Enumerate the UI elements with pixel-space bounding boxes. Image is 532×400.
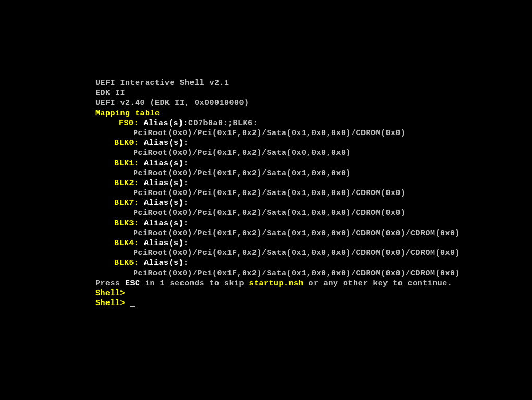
entry-label: BLK0: bbox=[114, 139, 139, 148]
alias-prefix: Alias(s): bbox=[144, 199, 189, 208]
entry-blk2: BLK2: Alias(s): bbox=[95, 178, 532, 188]
entry-label: BLK2: bbox=[114, 179, 139, 188]
entry-blk3: BLK3: Alias(s): bbox=[95, 219, 532, 228]
entry-blk5: BLK5: Alias(s): bbox=[95, 258, 532, 268]
alias-prefix: Alias(s): bbox=[144, 219, 189, 228]
entry-label: BLK1: bbox=[114, 159, 139, 168]
alias-prefix: Alias(s): bbox=[144, 159, 189, 168]
entry-label: BLK4: bbox=[114, 239, 139, 248]
entry-path: PciRoot(0x0)/Pci(0x1F,0x2)/Sata(0x1,0x0,… bbox=[95, 128, 532, 138]
entry-blk0: BLK0: Alias(s): bbox=[95, 138, 532, 148]
entry-fs0: FS0: Alias(s):CD7b0a0:;BLK6: bbox=[95, 118, 532, 128]
entry-label: BLK3: bbox=[114, 219, 139, 228]
esc-key: ESC bbox=[125, 279, 140, 288]
entry-label: BLK7: bbox=[114, 199, 139, 208]
header-line-1: UEFI Interactive Shell v2.1 bbox=[95, 78, 532, 88]
entry-path: PciRoot(0x0)/Pci(0x1F,0x2)/Sata(0x1,0x0,… bbox=[95, 168, 532, 178]
alias-prefix: Alias(s): bbox=[144, 119, 189, 128]
press-esc-line: Press ESC in 1 seconds to skip startup.n… bbox=[95, 278, 532, 288]
alias-prefix: Alias(s): bbox=[144, 139, 189, 148]
mapping-table-header: Mapping table bbox=[95, 108, 532, 118]
alias-prefix: Alias(s): bbox=[144, 259, 189, 268]
entry-label: FS0: bbox=[119, 119, 139, 128]
entry-blk4: BLK4: Alias(s): bbox=[95, 238, 532, 248]
cursor bbox=[130, 306, 135, 307]
entry-path: PciRoot(0x0)/Pci(0x1F,0x2)/Sata(0x1,0x0,… bbox=[95, 269, 532, 278]
entry-path: PciRoot(0x0)/Pci(0x1F,0x2)/Sata(0x1,0x0,… bbox=[95, 208, 532, 218]
header-line-2: EDK II bbox=[95, 88, 532, 98]
startup-nsh: startup.nsh bbox=[249, 279, 304, 288]
header-line-3: UEFI v2.40 (EDK II, 0x00010000) bbox=[95, 98, 532, 108]
entry-path: PciRoot(0x0)/Pci(0x1F,0x2)/Sata(0x1,0x0,… bbox=[95, 228, 532, 238]
entry-path: PciRoot(0x0)/Pci(0x1F,0x2)/Sata(0x1,0x0,… bbox=[95, 248, 532, 258]
entry-blk7: BLK7: Alias(s): bbox=[95, 198, 532, 208]
entry-path: PciRoot(0x0)/Pci(0x1F,0x2)/Sata(0x0,0x0,… bbox=[95, 148, 532, 158]
entry-label: BLK5: bbox=[114, 259, 139, 268]
shell-prompt-1: Shell> bbox=[95, 288, 532, 298]
alias-prefix: Alias(s): bbox=[144, 179, 189, 188]
alias-prefix: Alias(s): bbox=[144, 239, 189, 248]
terminal-output: UEFI Interactive Shell v2.1 EDK II UEFI … bbox=[95, 78, 532, 308]
entry-blk1: BLK1: Alias(s): bbox=[95, 159, 532, 168]
alias-value: CD7b0a0:;BLK6: bbox=[188, 119, 258, 128]
shell-prompt-active[interactable]: Shell> bbox=[95, 298, 532, 308]
entry-path: PciRoot(0x0)/Pci(0x1F,0x2)/Sata(0x1,0x0,… bbox=[95, 188, 532, 198]
